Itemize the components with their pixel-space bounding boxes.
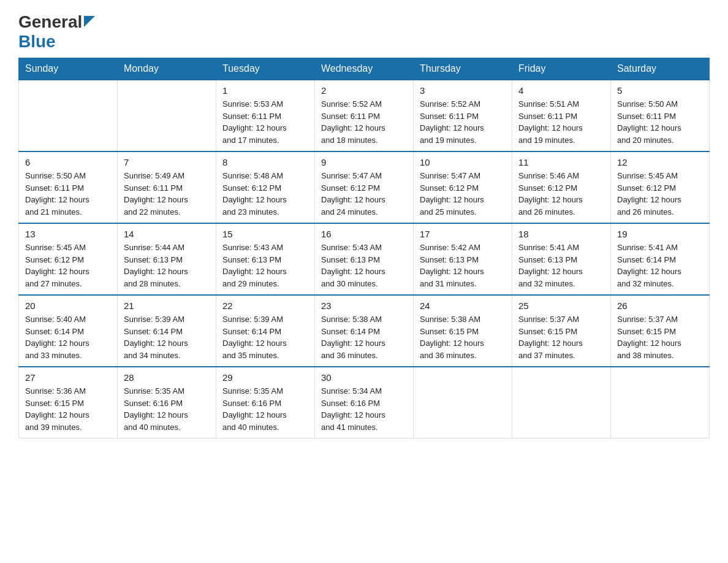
col-monday: Monday [118, 58, 216, 80]
table-row: 15Sunrise: 5:43 AM Sunset: 6:13 PM Dayli… [216, 223, 315, 295]
table-row [414, 367, 512, 439]
logo: General Blue [18, 12, 95, 52]
day-info: Sunrise: 5:37 AM Sunset: 6:15 PM Dayligh… [617, 313, 703, 361]
table-row: 7Sunrise: 5:49 AM Sunset: 6:11 PM Daylig… [118, 151, 216, 223]
day-info: Sunrise: 5:43 AM Sunset: 6:13 PM Dayligh… [222, 242, 308, 289]
table-row: 27Sunrise: 5:36 AM Sunset: 6:15 PM Dayli… [19, 367, 118, 439]
day-number: 17 [420, 229, 506, 239]
day-number: 18 [518, 229, 604, 239]
day-info: Sunrise: 5:47 AM Sunset: 6:12 PM Dayligh… [420, 170, 506, 218]
table-row: 23Sunrise: 5:38 AM Sunset: 6:14 PM Dayli… [315, 295, 414, 367]
table-row [611, 367, 710, 439]
table-row: 17Sunrise: 5:42 AM Sunset: 6:13 PM Dayli… [414, 223, 512, 295]
day-number: 10 [420, 157, 506, 167]
day-number: 23 [321, 301, 407, 311]
day-info: Sunrise: 5:38 AM Sunset: 6:15 PM Dayligh… [420, 313, 506, 361]
day-number: 6 [25, 157, 111, 167]
day-info: Sunrise: 5:34 AM Sunset: 6:16 PM Dayligh… [321, 385, 407, 433]
day-info: Sunrise: 5:48 AM Sunset: 6:12 PM Dayligh… [222, 170, 308, 218]
day-number: 24 [420, 301, 506, 311]
day-info: Sunrise: 5:49 AM Sunset: 6:11 PM Dayligh… [124, 170, 210, 218]
col-tuesday: Tuesday [216, 58, 315, 80]
day-number: 21 [124, 301, 210, 311]
day-number: 28 [124, 372, 210, 383]
day-number: 27 [25, 372, 111, 383]
day-info: Sunrise: 5:36 AM Sunset: 6:15 PM Dayligh… [25, 385, 111, 433]
table-row: 22Sunrise: 5:39 AM Sunset: 6:14 PM Dayli… [216, 295, 315, 367]
day-number: 2 [321, 85, 407, 96]
table-row: 18Sunrise: 5:41 AM Sunset: 6:13 PM Dayli… [512, 223, 611, 295]
day-info: Sunrise: 5:45 AM Sunset: 6:12 PM Dayligh… [25, 242, 111, 289]
table-row: 4Sunrise: 5:51 AM Sunset: 6:11 PM Daylig… [512, 80, 611, 151]
logo-arrow-icon [84, 16, 95, 27]
day-number: 7 [124, 157, 210, 167]
table-row: 14Sunrise: 5:44 AM Sunset: 6:13 PM Dayli… [118, 223, 216, 295]
table-row: 12Sunrise: 5:45 AM Sunset: 6:12 PM Dayli… [611, 151, 710, 223]
day-number: 29 [222, 372, 308, 383]
day-number: 5 [617, 85, 703, 96]
table-row: 28Sunrise: 5:35 AM Sunset: 6:16 PM Dayli… [118, 367, 216, 439]
day-info: Sunrise: 5:39 AM Sunset: 6:14 PM Dayligh… [222, 313, 308, 361]
day-number: 25 [518, 301, 604, 311]
table-row: 10Sunrise: 5:47 AM Sunset: 6:12 PM Dayli… [414, 151, 512, 223]
table-row: 11Sunrise: 5:46 AM Sunset: 6:12 PM Dayli… [512, 151, 611, 223]
table-row [512, 367, 611, 439]
day-info: Sunrise: 5:35 AM Sunset: 6:16 PM Dayligh… [222, 385, 308, 433]
day-number: 12 [617, 157, 703, 167]
table-row: 29Sunrise: 5:35 AM Sunset: 6:16 PM Dayli… [216, 367, 315, 439]
day-number: 16 [321, 229, 407, 239]
day-number: 30 [321, 372, 407, 383]
col-sunday: Sunday [19, 58, 118, 80]
table-row: 8Sunrise: 5:48 AM Sunset: 6:12 PM Daylig… [216, 151, 315, 223]
day-number: 20 [25, 301, 111, 311]
table-row: 2Sunrise: 5:52 AM Sunset: 6:11 PM Daylig… [315, 80, 414, 151]
day-info: Sunrise: 5:50 AM Sunset: 6:11 PM Dayligh… [617, 98, 703, 146]
day-info: Sunrise: 5:52 AM Sunset: 6:11 PM Dayligh… [420, 98, 506, 146]
table-row: 19Sunrise: 5:41 AM Sunset: 6:14 PM Dayli… [611, 223, 710, 295]
col-wednesday: Wednesday [315, 58, 414, 80]
calendar-week-row: 1Sunrise: 5:53 AM Sunset: 6:11 PM Daylig… [19, 80, 710, 151]
calendar-header-row: Sunday Monday Tuesday Wednesday Thursday… [19, 58, 710, 80]
day-info: Sunrise: 5:50 AM Sunset: 6:11 PM Dayligh… [25, 170, 111, 218]
day-info: Sunrise: 5:53 AM Sunset: 6:11 PM Dayligh… [222, 98, 308, 146]
day-info: Sunrise: 5:51 AM Sunset: 6:11 PM Dayligh… [518, 98, 604, 146]
day-info: Sunrise: 5:41 AM Sunset: 6:13 PM Dayligh… [518, 242, 604, 289]
day-number: 15 [222, 229, 308, 239]
table-row: 16Sunrise: 5:43 AM Sunset: 6:13 PM Dayli… [315, 223, 414, 295]
day-number: 8 [222, 157, 308, 167]
table-row: 6Sunrise: 5:50 AM Sunset: 6:11 PM Daylig… [19, 151, 118, 223]
day-info: Sunrise: 5:44 AM Sunset: 6:13 PM Dayligh… [124, 242, 210, 289]
day-number: 19 [617, 229, 703, 239]
calendar-week-row: 20Sunrise: 5:40 AM Sunset: 6:14 PM Dayli… [19, 295, 710, 367]
table-row: 13Sunrise: 5:45 AM Sunset: 6:12 PM Dayli… [19, 223, 118, 295]
table-row: 3Sunrise: 5:52 AM Sunset: 6:11 PM Daylig… [414, 80, 512, 151]
day-info: Sunrise: 5:35 AM Sunset: 6:16 PM Dayligh… [124, 385, 210, 433]
col-saturday: Saturday [611, 58, 710, 80]
day-number: 4 [518, 85, 604, 96]
day-info: Sunrise: 5:38 AM Sunset: 6:14 PM Dayligh… [321, 313, 407, 361]
calendar-week-row: 6Sunrise: 5:50 AM Sunset: 6:11 PM Daylig… [19, 151, 710, 223]
calendar-table: Sunday Monday Tuesday Wednesday Thursday… [18, 58, 710, 439]
table-row: 24Sunrise: 5:38 AM Sunset: 6:15 PM Dayli… [414, 295, 512, 367]
day-number: 14 [124, 229, 210, 239]
table-row: 25Sunrise: 5:37 AM Sunset: 6:15 PM Dayli… [512, 295, 611, 367]
page-header: General Blue [18, 12, 710, 52]
day-info: Sunrise: 5:37 AM Sunset: 6:15 PM Dayligh… [518, 313, 604, 361]
day-info: Sunrise: 5:43 AM Sunset: 6:13 PM Dayligh… [321, 242, 407, 289]
table-row: 21Sunrise: 5:39 AM Sunset: 6:14 PM Dayli… [118, 295, 216, 367]
table-row [19, 80, 118, 151]
calendar-week-row: 13Sunrise: 5:45 AM Sunset: 6:12 PM Dayli… [19, 223, 710, 295]
day-info: Sunrise: 5:40 AM Sunset: 6:14 PM Dayligh… [25, 313, 111, 361]
day-info: Sunrise: 5:42 AM Sunset: 6:13 PM Dayligh… [420, 242, 506, 289]
table-row: 26Sunrise: 5:37 AM Sunset: 6:15 PM Dayli… [611, 295, 710, 367]
table-row: 5Sunrise: 5:50 AM Sunset: 6:11 PM Daylig… [611, 80, 710, 151]
day-info: Sunrise: 5:46 AM Sunset: 6:12 PM Dayligh… [518, 170, 604, 218]
day-number: 1 [222, 85, 308, 96]
col-thursday: Thursday [414, 58, 512, 80]
day-info: Sunrise: 5:52 AM Sunset: 6:11 PM Dayligh… [321, 98, 407, 146]
logo-blue-text: Blue [18, 32, 56, 51]
table-row: 20Sunrise: 5:40 AM Sunset: 6:14 PM Dayli… [19, 295, 118, 367]
day-info: Sunrise: 5:41 AM Sunset: 6:14 PM Dayligh… [617, 242, 703, 289]
calendar-week-row: 27Sunrise: 5:36 AM Sunset: 6:15 PM Dayli… [19, 367, 710, 439]
table-row: 1Sunrise: 5:53 AM Sunset: 6:11 PM Daylig… [216, 80, 315, 151]
